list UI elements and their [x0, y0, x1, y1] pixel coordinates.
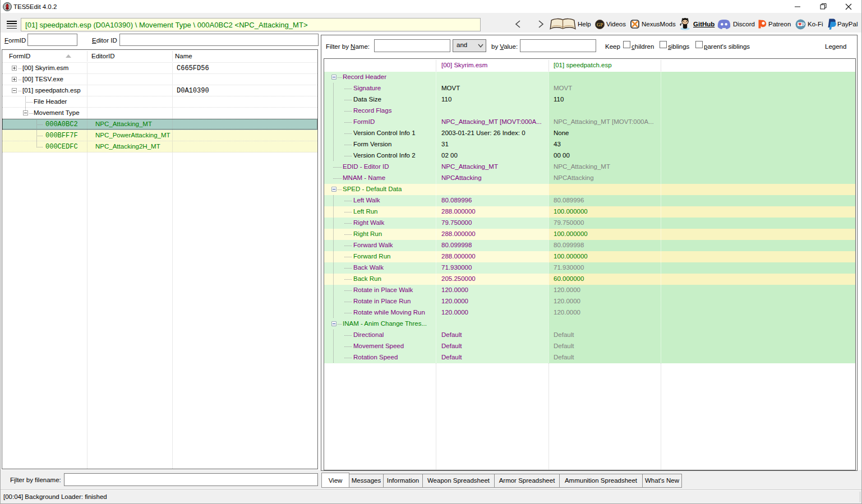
svg-text:GP: GP — [597, 22, 603, 27]
